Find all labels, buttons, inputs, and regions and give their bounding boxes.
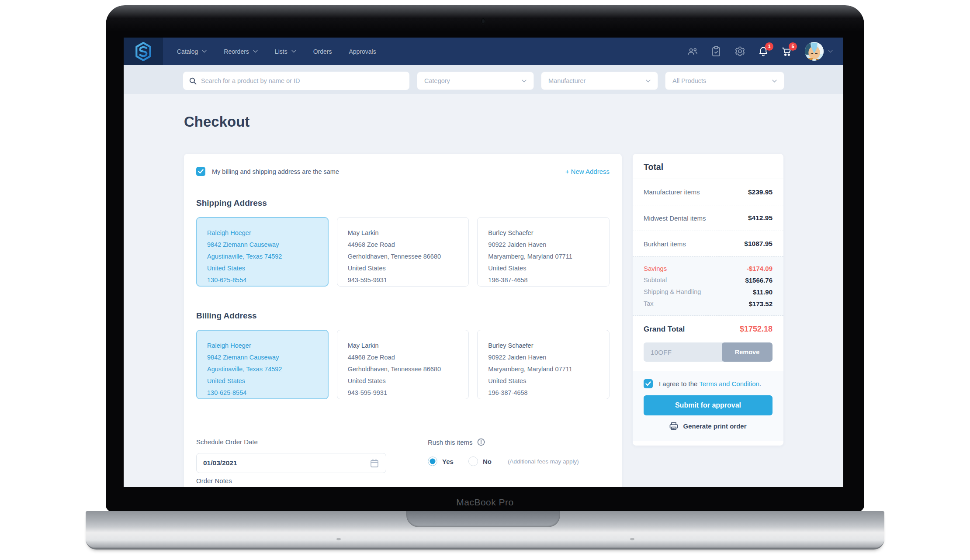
billing-address-heading: Billing Address [196,311,610,321]
coupon-remove-button[interactable]: Remove [722,342,773,362]
nav-item-label: Orders [313,48,332,55]
schedule-date-input[interactable]: 01/03/2021 [196,453,386,473]
navbar-actions: 1 5 [687,42,843,61]
laptop-base [86,511,884,550]
nav-item-catalog[interactable]: Catalog [177,48,207,55]
same-address-checkbox[interactable] [196,167,205,176]
grand-total-label: Grand Total [644,325,685,334]
page-title: Checkout [184,114,249,130]
vendor-value: $239.95 [748,188,773,196]
address-phone: 196-387-4658 [488,274,599,286]
address-country: United States [488,263,599,274]
search-input[interactable] [201,77,403,84]
nav-item-orders[interactable]: Orders [313,48,332,55]
nav-item-label: Lists [275,48,288,55]
nav-item-label: Approvals [349,48,376,55]
generate-print-order[interactable]: Generate print order [644,422,773,430]
nav-item-reorders[interactable]: Reorders [224,48,258,55]
coupon-code[interactable]: 10OFF [644,349,722,356]
print-order-label: Generate print order [683,422,746,430]
cart-badge: 5 [789,42,797,51]
schedule-date-label: Schedule Order Date [196,438,386,446]
chevron-down-icon [646,80,651,83]
cart-button[interactable]: 5 [781,46,793,57]
filter-value: All Products [672,77,706,84]
address-street: 9842 Ziemann Causeway [207,352,318,363]
hexagon-s-logo-icon [134,41,152,62]
billing-address-card[interactable]: May Larkin 44968 Zoe Road Gerholdhaven, … [337,330,469,399]
rush-items-label: Rush this items [428,439,473,446]
schedule-date-value: 01/03/2021 [203,459,370,467]
address-phone: 943-595-9931 [348,274,458,286]
address-street: 90922 Jaiden Haven [488,239,599,251]
address-country: United States [488,375,599,387]
rush-yes-radio[interactable] [428,456,437,466]
nav-item-approvals[interactable]: Approvals [349,48,376,55]
totals-breakdown: Savings -$174.09 Subtotal $1566.76 Shipp… [633,256,783,316]
address-city: Gerholdhaven, Tennessee 86680 [348,363,458,375]
chevron-down-icon [772,80,777,83]
team-icon [687,46,698,57]
notifications-button[interactable]: 1 [758,46,769,57]
shipping-address-card[interactable]: May Larkin 44968 Zoe Road Gerholdhaven, … [337,217,469,287]
filter-value: Manufacturer [548,77,585,84]
manufacturer-filter[interactable]: Manufacturer [541,72,658,90]
vendor-total-row: Midwest Dental items $412.95 [633,205,783,231]
grand-total-value: $1752.18 [740,325,773,334]
checkout-card: My billing and shipping address are the … [184,154,622,487]
chevron-down-icon [253,50,258,53]
chevron-down-icon [522,80,527,83]
address-city: Agustinaville, Texas 74592 [207,363,318,375]
shipping-handling-row: Shipping & Handling $11.90 [644,286,773,298]
settings-button[interactable] [734,46,745,57]
product-search [183,72,409,90]
macbook-mockup: Catalog Reorders Lists Orders Approvals [0,0,970,560]
product-scope-filter[interactable]: All Products [665,72,784,90]
shipping-address-list: Raleigh Hoeger 9842 Ziemann Causeway Agu… [196,217,610,287]
nav-item-lists[interactable]: Lists [275,48,296,55]
user-menu[interactable] [805,42,833,61]
laptop-hinge-notch [406,511,560,527]
clipboard-check-icon [711,46,721,57]
rush-yes-label: Yes [442,458,454,465]
breakdown-value: $11.90 [753,286,773,298]
printer-icon [669,422,678,430]
breakdown-label: Subtotal [644,274,667,286]
submit-approval-button[interactable]: Submit for approval [644,395,773,415]
billing-address-card-selected[interactable]: Raleigh Hoeger 9842 Ziemann Causeway Agu… [196,330,329,399]
address-name: Raleigh Hoeger [207,227,318,239]
address-city: Agustinaville, Texas 74592 [207,251,318,263]
category-filter[interactable]: Category [417,72,534,90]
vendor-label: Burkhart items [644,240,686,248]
address-phone: 196-387-4658 [488,387,599,399]
new-address-link[interactable]: + New Address [565,168,610,175]
billing-address-card[interactable]: Burley Schaefer 90922 Jaiden Haven Marya… [477,330,610,399]
base-screw [630,538,634,540]
address-country: United States [348,263,458,274]
chevron-down-icon [291,50,296,53]
info-icon[interactable] [477,438,485,446]
terms-agree-text: I agree to the Terms and Condition. [659,380,761,387]
search-filter-bar: Category Manufacturer All Products [124,65,843,94]
team-button[interactable] [687,46,698,57]
shipping-address-card-selected[interactable]: Raleigh Hoeger 9842 Ziemann Causeway Agu… [196,217,329,287]
app-logo[interactable] [124,38,163,65]
address-name: Raleigh Hoeger [207,340,318,352]
rush-no-radio[interactable] [468,456,478,466]
savings-row: Savings -$174.09 [644,263,773,274]
terms-checkbox[interactable] [644,379,653,388]
vendor-value: $1087.95 [744,240,773,248]
nav-item-label: Catalog [177,48,198,55]
gear-icon [734,46,745,57]
address-phone: 130-625-8554 [207,274,318,286]
address-country: United States [207,375,318,387]
terms-link[interactable]: Terms and Condition [699,380,759,387]
address-name: Burley Schaefer [488,340,599,352]
rush-fees-note: (Additional fees may apply) [508,458,579,465]
nav-item-label: Reorders [224,48,249,55]
order-list-button[interactable] [710,46,722,57]
breakdown-label: Tax [644,298,654,310]
filter-value: Category [424,77,450,84]
grand-total-row: Grand Total $1752.18 [633,316,783,342]
shipping-address-card[interactable]: Burley Schaefer 90922 Jaiden Haven Marya… [477,217,610,287]
